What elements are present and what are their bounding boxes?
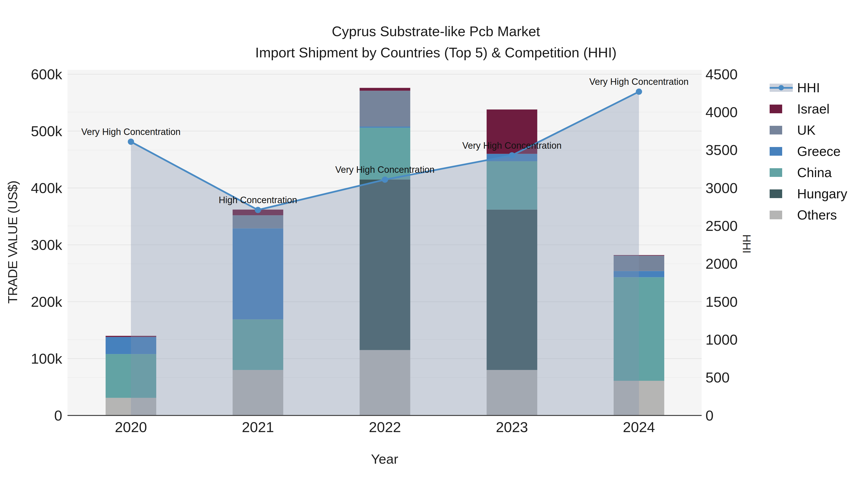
chart-subtitle: Import Shipment by Countries (Top 5) & C… [0,44,868,61]
x-tick-label-2021: 2021 [242,419,274,435]
y-right-tick-label: 3500 [706,142,738,158]
y-left-tick-label: 100k [31,351,62,367]
y-right-tick-label: 500 [706,369,730,386]
legend-swatch-icon [770,189,794,199]
legend-label: China [797,165,832,180]
legend: HHIIsraelUKGreeceChinaHungaryOthers [770,77,847,226]
annotation-2021: High Concentration [219,195,297,205]
chart-title: Cyprus Substrate-like Pcb Market [0,23,868,39]
y-right-tick-label: 4500 [706,66,738,83]
y-right-tick-label: 4000 [706,104,738,120]
y-right-tick-label: 2000 [706,256,738,272]
legend-item-others[interactable]: Others [770,204,847,226]
legend-swatch-icon [770,146,794,157]
legend-item-hhi[interactable]: HHI [770,77,847,98]
bar-segment-israel-2022[interactable] [360,88,410,91]
chart-canvas: Very High ConcentrationHigh Concentratio… [0,0,868,488]
x-tick-label-2023: 2023 [496,419,528,435]
legend-label: Others [797,207,837,223]
x-tick-label-2022: 2022 [369,419,401,435]
legend-item-greece[interactable]: Greece [770,141,847,162]
annotation-2022: Very High Concentration [335,165,435,175]
legend-item-israel[interactable]: Israel [770,98,847,120]
legend-item-china[interactable]: China [770,162,847,183]
legend-label: Israel [797,101,830,117]
y-left-tick-label: 400k [31,180,62,196]
y-right-tick-label: 0 [706,408,713,424]
annotation-2023: Very High Concentration [462,140,562,151]
hhi-marker-2020[interactable] [128,138,134,145]
x-tick-label-2024: 2024 [623,419,655,435]
y-right-tick-label: 1000 [706,332,738,348]
legend-item-hungary[interactable]: Hungary [770,183,847,204]
hhi-marker-2024[interactable] [636,89,642,95]
y-right-tick-label: 3000 [706,180,738,196]
annotation-2024: Very High Concentration [589,77,689,87]
legend-label: UK [797,123,815,138]
legend-swatch-icon [770,104,794,114]
y-left-tick-label: 600k [31,66,62,83]
annotation-2020: Very High Concentration [81,127,181,137]
y-right-tick-label: 1500 [706,294,738,310]
legend-swatch-icon [770,125,794,135]
x-tick-label-2020: 2020 [115,419,147,435]
figure: Very High ConcentrationHigh Concentratio… [0,0,868,488]
hhi-marker-2023[interactable] [509,152,515,159]
bar-segment-greece-2022[interactable] [360,127,410,128]
y-left-tick-label: 0 [54,408,62,424]
bar-segment-uk-2022[interactable] [360,91,410,127]
legend-swatch-icon [770,210,794,220]
legend-swatch-icon [770,167,794,178]
x-axis-title: Year [67,451,702,467]
legend-item-uk[interactable]: UK [770,120,847,141]
y-left-tick-label: 300k [31,237,62,253]
legend-label: Hungary [797,186,847,201]
hhi-marker-2022[interactable] [382,176,388,183]
legend-label: HHI [797,80,820,95]
legend-label: Greece [797,143,840,159]
y-left-tick-label: 200k [31,294,62,310]
hhi-marker-2021[interactable] [255,207,261,213]
y-right-axis-title: HHI [740,234,753,253]
y-right-tick-label: 2500 [706,218,738,234]
hhi-line-icon [770,83,794,93]
y-left-axis-title: TRADE VALUE (US$) [5,181,20,304]
y-left-tick-label: 500k [31,123,62,139]
